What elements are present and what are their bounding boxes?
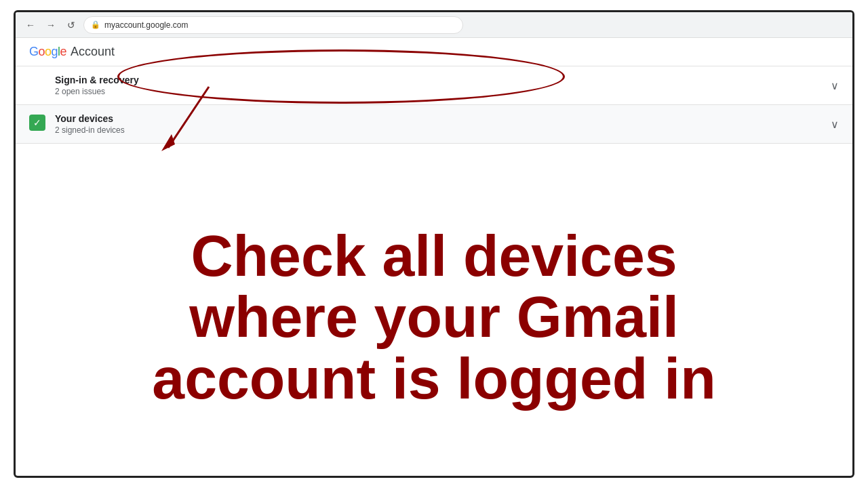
google-e: e <box>60 45 67 58</box>
your-devices-subtitle: 2 signed-in devices <box>55 125 125 135</box>
browser-area: ← → ↺ 🔒 myaccount.google.com Google Acco… <box>16 12 852 158</box>
big-text-line2: where your Gmail <box>189 284 679 349</box>
google-g2: g <box>52 45 58 58</box>
forward-button[interactable]: → <box>43 17 59 33</box>
signin-recovery-subtitle: 2 open issues <box>55 87 139 96</box>
check-icon: ✓ <box>29 115 45 131</box>
google-g: G <box>29 45 39 58</box>
your-devices-row[interactable]: ✓ Your devices 2 signed-in devices ∨ <box>16 105 852 144</box>
big-text-area: Check all devices where your Gmail accou… <box>16 158 852 476</box>
signin-recovery-title: Sign-in & recovery <box>55 75 139 85</box>
your-devices-info: Your devices 2 signed-in devices <box>55 113 125 135</box>
big-text: Check all devices where your Gmail accou… <box>152 225 715 409</box>
your-devices-title: Your devices <box>55 113 125 124</box>
address-bar[interactable]: 🔒 myaccount.google.com <box>83 16 463 34</box>
your-devices-chevron: ∨ <box>831 118 839 131</box>
signin-recovery-left: Sign-in & recovery 2 open issues <box>29 75 139 96</box>
google-o1: o <box>39 45 45 58</box>
back-button[interactable]: ← <box>22 17 39 33</box>
url-text: myaccount.google.com <box>104 20 188 30</box>
google-account-header: Google Account <box>16 38 852 66</box>
signin-recovery-chevron: ∨ <box>831 79 839 92</box>
reload-button[interactable]: ↺ <box>63 17 79 33</box>
big-text-line3: account is logged in <box>152 346 715 411</box>
google-logo: Google <box>29 45 66 59</box>
your-devices-left: ✓ Your devices 2 signed-in devices <box>29 113 125 135</box>
browser-chrome: ← → ↺ 🔒 myaccount.google.com <box>16 12 852 38</box>
signin-recovery-info: Sign-in & recovery 2 open issues <box>55 75 139 96</box>
outer-frame: ← → ↺ 🔒 myaccount.google.com Google Acco… <box>14 10 854 478</box>
google-o2: o <box>45 45 52 58</box>
lock-icon: 🔒 <box>91 20 100 29</box>
signin-recovery-row[interactable]: Sign-in & recovery 2 open issues ∨ <box>16 66 852 105</box>
account-label: Account <box>71 45 115 59</box>
big-text-line1: Check all devices <box>191 223 677 288</box>
